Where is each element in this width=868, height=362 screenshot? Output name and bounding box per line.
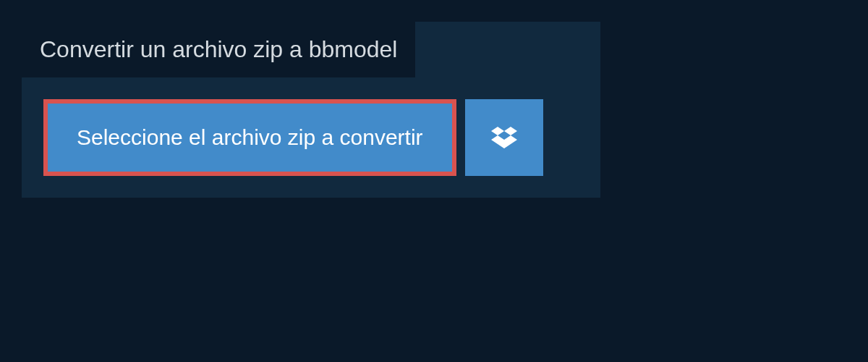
page-title: Convertir un archivo zip a bbmodel (40, 36, 397, 63)
header: Convertir un archivo zip a bbmodel (22, 22, 415, 77)
button-row: Seleccione el archivo zip a convertir (22, 77, 600, 198)
select-file-label: Seleccione el archivo zip a convertir (77, 125, 423, 150)
dropbox-icon (491, 125, 517, 151)
select-file-button[interactable]: Seleccione el archivo zip a convertir (43, 99, 456, 176)
dropbox-button[interactable] (465, 99, 543, 176)
converter-panel: Convertir un archivo zip a bbmodel Selec… (22, 22, 600, 198)
